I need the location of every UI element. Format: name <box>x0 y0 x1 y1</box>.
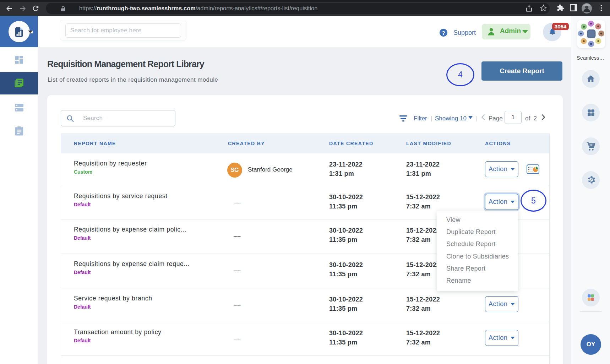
svg-text:?: ? <box>442 30 445 36</box>
